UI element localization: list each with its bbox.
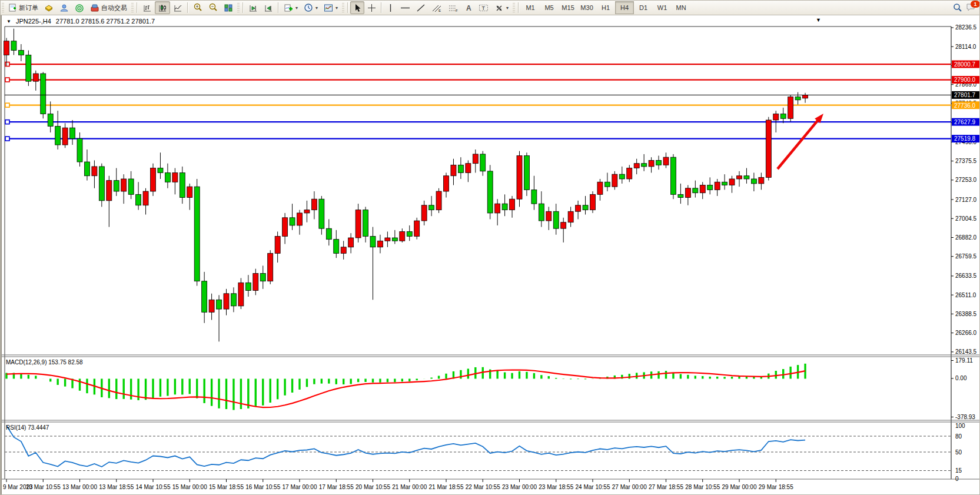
fibonacci-tool-button[interactable]: F <box>445 1 461 14</box>
candle-body <box>466 164 471 173</box>
new-order-button[interactable]: 新订单 <box>5 1 41 14</box>
candle-body <box>400 231 405 241</box>
svg-text:27736.0: 27736.0 <box>954 102 976 109</box>
candle-body <box>11 41 16 51</box>
text-tool-button[interactable]: A <box>461 1 476 14</box>
hline-anchor-handle[interactable] <box>5 78 9 82</box>
svg-text:A: A <box>466 4 471 12</box>
search-icon[interactable] <box>953 3 962 12</box>
auto-scroll-button[interactable] <box>245 1 261 14</box>
price-tick-label: 26759.5 <box>955 253 977 260</box>
candle-body <box>297 213 303 225</box>
timeframe-button-M15[interactable]: M15 <box>559 1 577 14</box>
time-tick-label: 23 Mar 00:00 <box>502 484 537 490</box>
price-tick-label: 26266.0 <box>955 330 977 336</box>
tile-windows-button[interactable] <box>221 1 236 14</box>
candle-body <box>319 199 324 228</box>
templates-button[interactable]: ▾ <box>321 1 341 14</box>
horizontal-line-tool-button[interactable] <box>397 1 413 14</box>
toolbar-grip <box>513 3 515 12</box>
notifications-button[interactable]: 1 <box>966 3 976 13</box>
candle-body <box>385 238 390 241</box>
candle-body <box>348 238 354 247</box>
market-watch-button[interactable] <box>41 1 57 14</box>
hline-anchor-handle[interactable] <box>5 103 9 107</box>
cursor-tool-button[interactable] <box>350 1 364 14</box>
time-tick-label: 10 Mar 10:55 <box>26 484 61 490</box>
svg-text:27900.0: 27900.0 <box>954 77 976 83</box>
candle-body <box>268 253 273 281</box>
candle-body <box>590 194 596 210</box>
auto-trading-icon <box>90 4 99 12</box>
indicators-button[interactable]: ▾ <box>281 1 301 14</box>
clock-icon <box>304 3 313 12</box>
candle-body <box>114 181 119 191</box>
time-tick-label: 28 Mar 10:55 <box>685 484 720 490</box>
hline-anchor-handle[interactable] <box>5 137 9 141</box>
plot-background[interactable] <box>5 26 951 479</box>
price-badge-27801.7: 27801.7 <box>952 91 980 99</box>
arrows-tool-button[interactable]: ▾ <box>491 1 511 14</box>
crosshair-tool-button[interactable] <box>364 1 379 14</box>
chart-title: ▼ JPN225-,H4 27781.0 27815.6 27751.2 278… <box>6 18 155 25</box>
price-tick-label: 26511.0 <box>955 292 976 298</box>
time-tick-label: 20 Mar 10:55 <box>356 484 390 490</box>
candle-body <box>531 190 537 204</box>
equidistant-channel-tool-button[interactable]: E <box>428 1 445 14</box>
zoom-in-button[interactable] <box>190 1 205 14</box>
candle-body <box>202 281 207 313</box>
svg-text:28000.7: 28000.7 <box>954 61 976 68</box>
trendline-tool-button[interactable] <box>413 1 428 14</box>
candle-body <box>128 179 134 194</box>
line-chart-mode-button[interactable] <box>170 1 185 14</box>
hline-anchor-handle[interactable] <box>5 62 9 67</box>
chart-shift-marker-icon[interactable]: ▼ <box>816 17 821 23</box>
candle-body <box>576 205 581 212</box>
timeframe-button-M5[interactable]: M5 <box>540 1 559 14</box>
candle-body <box>304 210 310 213</box>
time-tick-label: 23 Mar 18:55 <box>539 484 573 490</box>
market-button[interactable] <box>72 1 87 14</box>
time-axis[interactable]: 9 Mar 202310 Mar 10:5513 Mar 00:0013 Mar… <box>3 479 793 490</box>
chart-canvas[interactable]: 28236.528114.027991.527869.027746.527624… <box>2 15 980 495</box>
candle-body <box>670 157 676 194</box>
timeframe-button-M1[interactable]: M1 <box>521 1 540 14</box>
candle-body <box>604 182 610 187</box>
candle-body <box>436 191 441 210</box>
candle-body <box>517 156 522 200</box>
chart-shift-button[interactable] <box>261 1 276 14</box>
profiles-button[interactable] <box>57 1 72 14</box>
toolbar-separator <box>347 2 348 13</box>
label-icon: T <box>479 4 489 12</box>
chart-symbol-label: JPN225-,H4 <box>16 18 51 25</box>
svg-text:27627.9: 27627.9 <box>954 119 976 125</box>
vertical-line-tool-button[interactable] <box>384 1 397 14</box>
candle-body <box>209 300 214 312</box>
text-label-tool-button[interactable]: T <box>476 1 491 14</box>
hline-anchor-handle[interactable] <box>5 120 9 124</box>
time-tick-label: 27 Mar 18:55 <box>649 484 683 490</box>
candle-body <box>642 164 647 167</box>
zoom-out-button[interactable] <box>205 1 221 14</box>
timeframe-button-H4[interactable]: H4 <box>615 1 634 14</box>
candle-body <box>751 179 756 184</box>
bar-chart-mode-button[interactable] <box>139 1 155 14</box>
chart-dropdown-icon[interactable]: ▼ <box>6 19 11 24</box>
chart-ohlc-label: 27781.0 27815.6 27751.2 27801.7 <box>56 18 155 25</box>
timeframe-button-W1[interactable]: W1 <box>653 1 672 14</box>
auto-trading-button[interactable]: 自动交易 <box>87 1 130 14</box>
timeframe-button-MN[interactable]: MN <box>672 1 690 14</box>
time-tick-label: 13 Mar 18:55 <box>99 484 134 490</box>
periods-button[interactable]: ▾ <box>301 1 321 14</box>
candle-body <box>238 283 244 305</box>
notification-badge: 1 <box>971 1 980 8</box>
timeframe-button-D1[interactable]: D1 <box>634 1 653 14</box>
timeframe-button-H1[interactable]: H1 <box>596 1 615 14</box>
timeframe-button-M30[interactable]: M30 <box>577 1 596 14</box>
indicators-icon <box>284 4 293 12</box>
candle-body <box>627 168 632 179</box>
time-tick-label: 13 Mar 00:00 <box>62 484 97 490</box>
time-tick-label: 16 Mar 10:55 <box>245 484 280 490</box>
candle-chart-mode-button[interactable] <box>155 1 170 14</box>
time-tick-label: 27 Mar 00:00 <box>612 484 647 490</box>
